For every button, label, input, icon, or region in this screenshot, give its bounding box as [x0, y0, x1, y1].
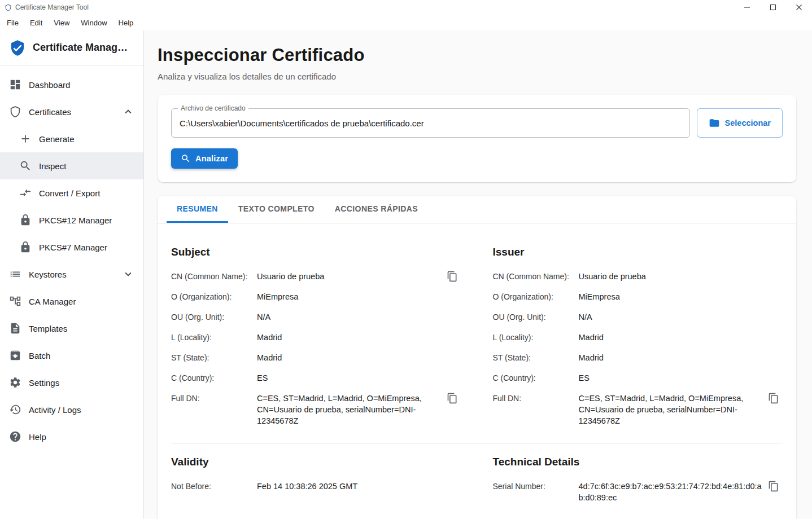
detail-row-subject-ou: OU (Org. Unit): N/A [171, 311, 461, 323]
detail-label: CN (Common Name): [493, 271, 579, 282]
sidebar-item-ca-manager[interactable]: CA Manager [0, 288, 143, 315]
sidebar-item-certificates[interactable]: Certificates [0, 98, 143, 125]
sidebar-item-batch[interactable]: Batch [0, 342, 143, 369]
sidebar-item-label: Activity / Logs [29, 405, 134, 415]
detail-label: ST (State): [171, 352, 257, 363]
sidebar-item-dashboard[interactable]: Dashboard [0, 71, 143, 98]
detail-label: CN (Common Name): [171, 271, 257, 282]
detail-label: OU (Org. Unit): [493, 311, 579, 323]
folder-icon [709, 117, 720, 129]
detail-value: Madrid [257, 352, 441, 363]
tab-acciones-rapidas[interactable]: ACCIONES RÁPIDAS [325, 196, 428, 223]
detail-value: Madrid [579, 332, 763, 343]
copy-button[interactable] [767, 392, 780, 405]
analyze-button-label: Analizar [195, 154, 228, 163]
swap-arrows-icon [19, 187, 32, 199]
menu-file[interactable]: File [2, 17, 23, 29]
copy-button[interactable] [446, 392, 459, 405]
page-title: Inspeccionar Certificado [158, 45, 796, 65]
detail-value: N/A [257, 311, 441, 323]
window-titlebar: Certificate Manager Tool [0, 0, 812, 15]
detail-label: Full DN: [493, 393, 579, 404]
archive-box-icon [9, 349, 21, 362]
detail-value: Usuario de prueba [257, 271, 441, 282]
list-icon [9, 268, 21, 280]
sidebar-item-label: Help [29, 432, 134, 442]
select-file-button[interactable]: Seleccionar [697, 108, 783, 138]
detail-row-subject-l: L (Locality): Madrid [171, 332, 461, 344]
sidebar-item-help[interactable]: Help [0, 423, 143, 450]
tab-texto-completo[interactable]: TEXTO COMPLETO [228, 196, 325, 223]
subject-heading: Subject [171, 246, 461, 258]
sidebar-item-label: Generate [39, 134, 134, 144]
chevron-up-icon [122, 105, 134, 118]
analyze-button[interactable]: Analizar [171, 148, 238, 169]
certificate-details-card: RESUMEN TEXTO COMPLETO ACCIONES RÁPIDAS … [158, 196, 796, 519]
sidebar-item-label: Convert / Export [39, 188, 134, 198]
sidebar-header: Certificate Manag… [0, 30, 143, 65]
subject-section: Subject CN (Common Name): Usuario de pru… [171, 237, 461, 435]
maximize-button[interactable] [760, 0, 786, 15]
file-selection-card: Archivo de certificado Seleccionar Anali… [158, 95, 796, 182]
detail-value: Madrid [579, 352, 763, 363]
detail-row-issuer-fulldn: Full DN: C=ES, ST=Madrid, L=Madrid, O=Mi… [493, 393, 783, 426]
detail-value: Feb 14 10:38:26 2025 GMT [257, 481, 441, 492]
detail-value: C=ES, ST=Madrid, L=Madrid, O=MiEmpresa, … [579, 393, 763, 426]
sidebar-item-label: PKCS#12 Manager [39, 215, 134, 225]
menu-edit[interactable]: Edit [25, 17, 47, 29]
sidebar-item-templates[interactable]: Templates [0, 315, 143, 342]
sidebar-item-settings[interactable]: Settings [0, 369, 143, 396]
sidebar-item-label: Settings [29, 378, 134, 388]
shield-icon [9, 105, 21, 118]
detail-value: MiEmpresa [257, 291, 441, 302]
sidebar-item-keystores[interactable]: Keystores [0, 261, 143, 288]
detail-label: O (Organization): [493, 291, 579, 302]
section-divider [171, 443, 783, 443]
sidebar-item-pkcs7-manager[interactable]: PKCS#7 Manager [0, 234, 143, 261]
sidebar-item-label: Batch [29, 351, 134, 360]
sidebar-item-label: Keystores [29, 270, 115, 279]
sidebar-item-label: Templates [29, 324, 134, 333]
sidebar-item-label: Certificates [29, 107, 115, 117]
detail-row-issuer-c: C (Country): ES [493, 372, 783, 384]
chevron-down-icon [122, 268, 134, 280]
window-title: Certificate Manager Tool [15, 3, 734, 11]
sidebar-nav: Dashboard Certificates Generate Inspect … [0, 65, 143, 450]
menu-help[interactable]: Help [114, 17, 138, 29]
detail-label: Not Before: [171, 481, 257, 492]
sidebar-item-pkcs12-manager[interactable]: PKCS#12 Manager [0, 206, 143, 234]
detail-row-issuer-ou: OU (Org. Unit): N/A [493, 311, 783, 323]
menu-bar: File Edit View Window Help [0, 15, 812, 30]
sidebar-item-generate[interactable]: Generate [0, 125, 143, 152]
detail-row-subject-st: ST (State): Madrid [171, 352, 461, 364]
summary-grid: Subject CN (Common Name): Usuario de pru… [158, 223, 796, 519]
detail-label: L (Locality): [493, 332, 579, 343]
certificate-file-input[interactable] [180, 118, 682, 128]
detail-value: ES [579, 372, 763, 384]
detail-row-issuer-st: ST (State): Madrid [493, 352, 783, 364]
detail-value: Madrid [257, 332, 441, 343]
menu-view[interactable]: View [49, 17, 74, 29]
menu-window[interactable]: Window [76, 17, 111, 29]
select-file-button-label: Seleccionar [725, 118, 771, 127]
detail-row-not-before: Not Before: Feb 14 10:38:26 2025 GMT [171, 481, 461, 492]
sidebar-item-inspect[interactable]: Inspect [0, 152, 143, 179]
sidebar-item-label: PKCS#7 Manager [39, 243, 134, 252]
detail-label: C (Country): [171, 372, 257, 384]
close-button[interactable] [786, 0, 812, 15]
minimize-button[interactable] [734, 0, 760, 15]
detail-label: C (Country): [493, 372, 579, 384]
detail-value: ES [257, 372, 441, 384]
issuer-heading: Issuer [493, 246, 783, 258]
tab-bar: RESUMEN TEXTO COMPLETO ACCIONES RÁPIDAS [158, 196, 796, 223]
tab-resumen[interactable]: RESUMEN [167, 196, 228, 223]
copy-button[interactable] [767, 480, 780, 493]
sidebar-item-convert-export[interactable]: Convert / Export [0, 179, 143, 206]
copy-button[interactable] [446, 270, 459, 283]
detail-label: Serial Number: [493, 481, 579, 492]
technical-details-section: Technical Details Serial Number: 4d:7c:6… [493, 447, 783, 512]
sidebar-item-label: CA Manager [29, 297, 134, 306]
detail-row-subject-o: O (Organization): MiEmpresa [171, 291, 461, 303]
certificate-file-field-label: Archivo de certificado [178, 104, 248, 112]
sidebar-item-activity-logs[interactable]: Activity / Logs [0, 396, 143, 423]
